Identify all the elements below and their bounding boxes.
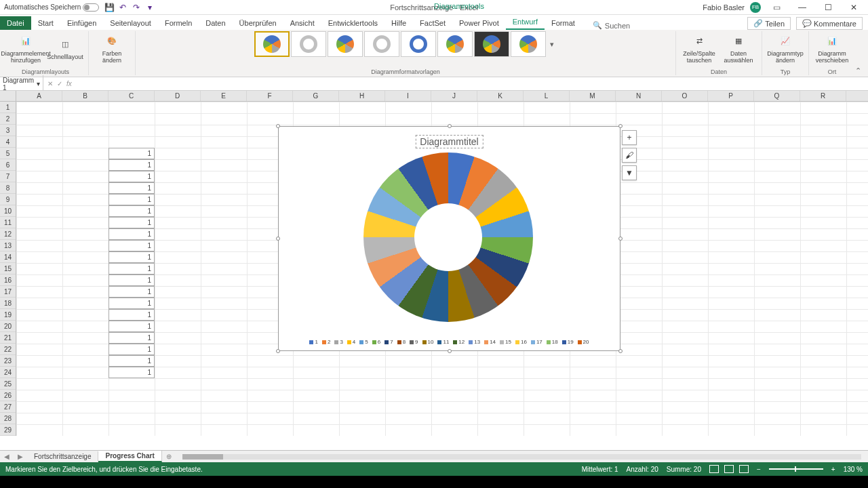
select-all-corner[interactable]	[0, 91, 16, 101]
tab-ueberpruefen[interactable]: Überprüfen	[233, 16, 283, 30]
close-icon[interactable]: ✕	[844, 3, 864, 12]
data-cell[interactable]: 1	[108, 251, 155, 263]
fx-icon[interactable]: fx	[66, 80, 72, 87]
row-header[interactable]: 4	[0, 136, 16, 148]
chart-style-2[interactable]	[291, 31, 326, 57]
row-header[interactable]: 2	[0, 113, 16, 125]
change-chart-type-button[interactable]: 📈 Diagrammtyp ändern	[766, 31, 804, 65]
select-data-button[interactable]: ▦ Daten auswählen	[719, 31, 757, 65]
data-cell[interactable]: 1	[108, 205, 155, 217]
tab-entwurf[interactable]: Entwurf	[506, 15, 545, 30]
share-button[interactable]: 🔗 Teilen	[747, 17, 791, 30]
switch-row-col-button[interactable]: ⇄ Zeile/Spalte tauschen	[680, 31, 718, 65]
legend-item[interactable]: 15	[500, 339, 511, 345]
tab-powerpivot[interactable]: Power Pivot	[452, 16, 506, 30]
new-sheet-icon[interactable]: ⊕	[162, 453, 176, 460]
formula-bar[interactable]	[76, 83, 868, 85]
sheet-nav-next-icon[interactable]: ▶	[14, 453, 27, 460]
data-cell[interactable]: 1	[108, 263, 155, 274]
col-header[interactable]: E	[201, 91, 247, 101]
collapse-ribbon-icon[interactable]: ⌃	[855, 66, 865, 75]
row-header[interactable]: 1	[0, 102, 16, 113]
data-cell[interactable]: 1	[108, 367, 155, 378]
row-header[interactable]: 10	[0, 205, 16, 217]
data-cell[interactable]: 1	[108, 148, 155, 159]
row-header[interactable]: 18	[0, 298, 16, 309]
row-header[interactable]: 3	[0, 125, 16, 136]
row-header[interactable]: 26	[0, 390, 16, 401]
row-header[interactable]: 5	[0, 148, 16, 159]
data-cell[interactable]: 1	[108, 240, 155, 251]
ribbon-display-icon[interactable]: ▭	[766, 3, 787, 12]
legend-item[interactable]: 20	[578, 339, 589, 345]
legend-item[interactable]: 7	[384, 339, 393, 345]
zoom-in-icon[interactable]: +	[831, 466, 835, 473]
row-header[interactable]: 24	[0, 367, 16, 378]
legend-item[interactable]: 6	[372, 339, 380, 345]
col-header[interactable]: I	[385, 91, 431, 101]
horizontal-scrollbar[interactable]	[182, 453, 861, 461]
legend-item[interactable]: 3	[334, 339, 342, 345]
legend-item[interactable]: 16	[515, 339, 527, 345]
col-header[interactable]: N	[616, 91, 662, 101]
data-cell[interactable]: 1	[108, 217, 155, 228]
row-header[interactable]: 7	[0, 171, 16, 182]
qat-more-icon[interactable]: ▾	[145, 3, 155, 12]
tab-format[interactable]: Format	[545, 16, 582, 30]
row-header[interactable]: 15	[0, 263, 16, 274]
autosave-toggle[interactable]: Automatisches Speichern	[4, 3, 99, 12]
col-header[interactable]: M	[570, 91, 616, 101]
sheet-tab-2[interactable]: Progress Chart	[98, 451, 161, 462]
row-header[interactable]: 28	[0, 413, 16, 424]
donut-chart[interactable]	[363, 152, 533, 322]
row-header[interactable]: 25	[0, 378, 16, 390]
legend-item[interactable]: 14	[484, 339, 496, 345]
save-icon[interactable]: 💾	[104, 3, 114, 12]
legend-item[interactable]: 12	[453, 339, 465, 345]
col-header[interactable]: H	[339, 91, 385, 101]
legend-item[interactable]: 9	[410, 339, 418, 345]
data-cell[interactable]: 1	[108, 159, 155, 171]
tab-daten[interactable]: Daten	[199, 16, 232, 30]
cancel-formula-icon[interactable]: ✕	[47, 80, 53, 87]
data-cell[interactable]: 1	[108, 182, 155, 194]
minimize-icon[interactable]: —	[792, 3, 812, 12]
zoom-out-icon[interactable]: −	[757, 466, 761, 473]
legend-item[interactable]: 13	[469, 339, 480, 345]
row-header[interactable]: 6	[0, 159, 16, 171]
data-cell[interactable]: 1	[108, 321, 155, 332]
row-header[interactable]: 16	[0, 274, 16, 286]
legend-item[interactable]: 8	[397, 339, 406, 345]
comments-button[interactable]: 💬 Kommentare	[796, 17, 863, 30]
chart-object[interactable]: Diagrammtitel 12345678910111213141516171…	[278, 126, 620, 351]
chart-style-4[interactable]	[364, 31, 399, 57]
legend-item[interactable]: 4	[347, 339, 355, 345]
chart-filters-button[interactable]: ▼	[622, 165, 637, 180]
col-header[interactable]: F	[247, 91, 293, 101]
row-header[interactable]: 20	[0, 321, 16, 332]
col-header[interactable]: K	[477, 91, 524, 101]
col-header[interactable]: P	[708, 91, 754, 101]
row-header[interactable]: 27	[0, 401, 16, 413]
tab-ansicht[interactable]: Ansicht	[283, 16, 321, 30]
row-header[interactable]: 22	[0, 344, 16, 355]
sheet-area[interactable]: ABCDEFGHIJKLMNOPQR 123456789101112131415…	[0, 91, 868, 450]
tab-seitenlayout[interactable]: Seitenlayout	[103, 16, 158, 30]
tab-factset[interactable]: FactSet	[413, 16, 452, 30]
row-header[interactable]: 11	[0, 217, 16, 228]
search-box[interactable]: 🔍 Suchen	[593, 21, 630, 30]
tab-einfuegen[interactable]: Einfügen	[60, 16, 103, 30]
col-header[interactable]: D	[155, 91, 201, 101]
zoom-slider[interactable]	[769, 468, 823, 470]
data-cell[interactable]: 1	[108, 194, 155, 205]
row-header[interactable]: 13	[0, 240, 16, 251]
tab-formeln[interactable]: Formeln	[158, 16, 199, 30]
legend-item[interactable]: 5	[359, 339, 368, 345]
maximize-icon[interactable]: ☐	[818, 3, 838, 12]
row-header[interactable]: 21	[0, 332, 16, 344]
sheet-tab-1[interactable]: Fortschrittsanzeige	[27, 451, 98, 462]
redo-icon[interactable]: ↷	[132, 3, 141, 12]
chart-styles-button[interactable]: 🖌	[622, 148, 637, 163]
data-cell[interactable]: 1	[108, 298, 155, 309]
legend-item[interactable]: 2	[322, 339, 330, 345]
